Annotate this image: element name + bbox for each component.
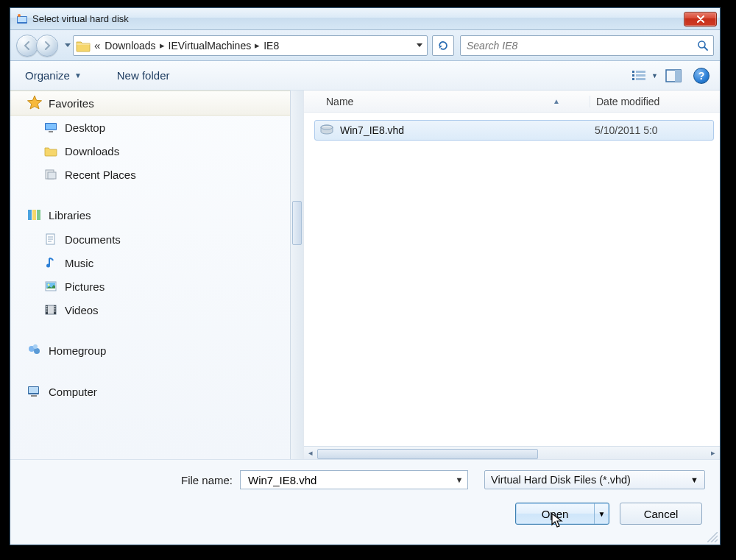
svg-point-2 — [18, 14, 21, 17]
recent-icon — [44, 168, 57, 181]
music-icon — [44, 256, 57, 269]
search-box[interactable] — [460, 35, 714, 56]
sidebar-item-label: Videos — [65, 304, 99, 316]
horizontal-scrollbar[interactable]: ◂ ▸ — [304, 446, 720, 459]
svg-rect-14 — [49, 131, 53, 132]
chevron-down-icon: ▼ — [690, 475, 698, 484]
svg-rect-32 — [54, 308, 56, 310]
nav-history-dropdown[interactable] — [63, 35, 73, 57]
help-button[interactable]: ? — [693, 68, 710, 84]
svg-rect-13 — [46, 124, 56, 130]
breadcrumb-segment[interactable]: IEVirtualMachines — [166, 40, 254, 52]
chevron-right-icon[interactable]: ▸ — [158, 40, 166, 51]
sidebar-scrollbar[interactable] — [290, 91, 303, 459]
view-icon — [632, 70, 647, 82]
svg-rect-11 — [675, 70, 681, 82]
svg-rect-19 — [37, 210, 40, 220]
scrollbar-thumb[interactable] — [292, 201, 302, 245]
file-open-dialog: Select virtual hard disk « — [10, 7, 721, 545]
preview-pane-button[interactable] — [664, 66, 683, 85]
svg-rect-30 — [46, 311, 48, 312]
sidebar-group-libraries[interactable]: Libraries — [10, 202, 290, 227]
organize-button[interactable]: Organize ▼ — [21, 66, 86, 85]
sidebar-group-homegroup[interactable]: Homegroup — [10, 338, 290, 363]
back-button[interactable] — [16, 35, 38, 57]
sidebar-group-computer[interactable]: Computer — [10, 379, 290, 404]
sidebar-item-videos[interactable]: Videos — [10, 298, 290, 322]
forward-button[interactable] — [36, 35, 58, 57]
toolbar: Organize ▼ New folder ▼ ? — [10, 61, 720, 91]
svg-rect-38 — [29, 387, 38, 393]
new-folder-button[interactable]: New folder — [113, 66, 174, 85]
view-options-button[interactable]: ▼ — [629, 68, 661, 83]
sidebar-item-desktop[interactable]: Desktop — [10, 116, 290, 139]
svg-point-35 — [34, 348, 40, 354]
videos-icon — [44, 303, 57, 316]
computer-icon — [26, 383, 43, 400]
close-button[interactable] — [684, 12, 717, 26]
search-input[interactable] — [465, 39, 697, 52]
cancel-button[interactable]: Cancel — [620, 503, 702, 525]
svg-point-24 — [48, 284, 50, 286]
sidebar-item-label: Recent Places — [65, 169, 136, 181]
svg-rect-7 — [636, 74, 645, 77]
filename-combobox[interactable]: ▼ — [240, 470, 468, 489]
chevron-down-icon: ▼ — [651, 72, 658, 79]
svg-rect-18 — [32, 210, 36, 220]
folder-icon — [44, 144, 57, 157]
documents-icon — [44, 233, 57, 246]
svg-rect-31 — [54, 306, 56, 308]
svg-rect-6 — [632, 74, 634, 77]
open-split-dropdown[interactable]: ▼ — [594, 503, 609, 524]
file-name: Win7_IE8.vhd — [340, 124, 595, 136]
column-header-date[interactable]: Date modified — [590, 96, 720, 107]
address-bar[interactable]: « Downloads ▸ IEVirtualMachines ▸ IE8 — [73, 35, 428, 56]
file-type-filter[interactable]: Virtual Hard Disk Files (*.vhd) ▼ — [484, 470, 705, 489]
filename-input[interactable] — [247, 473, 454, 487]
star-icon — [26, 95, 43, 111]
sidebar-item-label: Desktop — [65, 121, 105, 134]
breadcrumb-overflow[interactable]: « — [93, 39, 102, 52]
preview-pane-icon — [665, 69, 682, 82]
sidebar-group-favorites[interactable]: Favorites — [10, 91, 290, 116]
svg-rect-1 — [18, 17, 26, 22]
sidebar-item-pictures[interactable]: Pictures — [10, 274, 290, 298]
sidebar-label: Homegroup — [49, 344, 106, 357]
chevron-down-icon[interactable]: ▼ — [454, 475, 464, 484]
sidebar-item-recent-places[interactable]: Recent Places — [10, 163, 290, 186]
svg-rect-33 — [54, 311, 56, 312]
column-header-name[interactable]: Name ▲ — [304, 96, 590, 107]
file-row[interactable]: Win7_IE8.vhd 5/10/2011 5:0 — [314, 120, 714, 141]
open-button[interactable]: Open ▼ — [515, 503, 609, 525]
refresh-button[interactable] — [432, 35, 454, 56]
file-list-pane: Name ▲ Date modified Win7_IE8.vhd 5/10/2… — [303, 91, 720, 459]
scroll-right-icon[interactable]: ▸ — [707, 447, 720, 460]
resize-grip-icon[interactable] — [707, 532, 718, 542]
new-folder-label: New folder — [117, 69, 170, 82]
app-icon — [16, 13, 28, 25]
svg-rect-16 — [48, 172, 56, 179]
sort-indicator-icon: ▲ — [553, 97, 560, 105]
breadcrumb-segment[interactable]: Downloads — [102, 40, 158, 52]
sidebar-item-music[interactable]: Music — [10, 251, 290, 274]
svg-rect-4 — [632, 71, 634, 73]
cancel-label: Cancel — [644, 508, 679, 520]
sidebar-item-label: Documents — [65, 233, 121, 246]
sidebar-item-downloads[interactable]: Downloads — [10, 139, 290, 163]
window-title: Select virtual hard disk — [32, 13, 684, 24]
folder-icon — [75, 38, 91, 54]
scrollbar-thumb[interactable] — [317, 449, 538, 459]
sidebar-label: Favorites — [49, 97, 94, 110]
address-dropdown[interactable] — [413, 43, 426, 48]
sidebar-item-documents[interactable]: Documents — [10, 227, 290, 251]
scroll-left-icon[interactable]: ◂ — [304, 447, 317, 460]
vhd-file-icon — [319, 124, 334, 137]
libraries-icon — [26, 207, 43, 223]
filter-label: Virtual Hard Disk Files (*.vhd) — [491, 474, 631, 486]
svg-point-36 — [33, 344, 38, 349]
filename-label: File name: — [25, 474, 233, 486]
chevron-right-icon[interactable]: ▸ — [253, 40, 261, 51]
breadcrumb-segment[interactable]: IE8 — [261, 40, 281, 52]
file-date: 5/10/2011 5:0 — [595, 124, 658, 136]
navigation-bar: « Downloads ▸ IEVirtualMachines ▸ IE8 — [10, 30, 720, 61]
